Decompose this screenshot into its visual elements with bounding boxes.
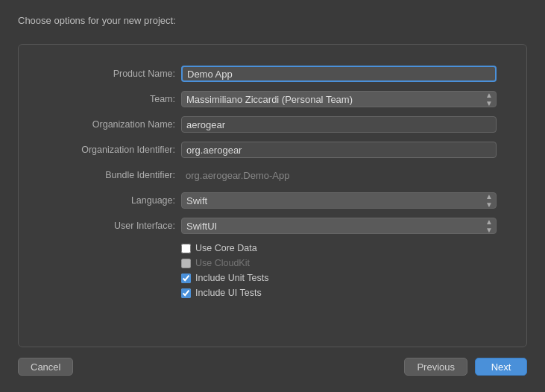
cancel-button[interactable]: Cancel xyxy=(18,358,73,376)
team-label: Team: xyxy=(48,94,175,104)
product-name-input[interactable] xyxy=(181,66,497,82)
use-core-data-label[interactable]: Use Core Data xyxy=(195,243,257,253)
language-label: Language: xyxy=(48,195,175,206)
org-name-input[interactable] xyxy=(181,116,497,133)
language-row: Language: Swift ▲ ▼ xyxy=(48,192,497,209)
include-ui-tests-row: Include UI Tests xyxy=(181,288,497,298)
team-select-wrapper: Massimiliano Ziccardi (Personal Team) ▲ … xyxy=(181,91,497,107)
next-button[interactable]: Next xyxy=(475,358,527,376)
org-identifier-label: Organization Identifier: xyxy=(48,145,175,155)
use-cloudkit-checkbox[interactable] xyxy=(181,259,191,268)
org-identifier-row: Organization Identifier: xyxy=(48,142,497,158)
include-unit-tests-row: Include Unit Tests xyxy=(181,273,497,283)
use-cloudkit-row: Use CloudKit xyxy=(181,258,497,268)
checkboxes-area: Use Core Data Use CloudKit Include Unit … xyxy=(181,243,497,298)
include-ui-tests-label[interactable]: Include UI Tests xyxy=(195,288,262,298)
include-unit-tests-checkbox[interactable] xyxy=(181,274,191,283)
org-name-label: Organization Name: xyxy=(48,119,175,130)
user-interface-row: User Interface: SwiftUI ▲ ▼ xyxy=(48,218,497,234)
dialog-container: Choose options for your new project: Pro… xyxy=(0,0,545,392)
user-interface-label: User Interface: xyxy=(48,221,175,231)
use-core-data-row: Use Core Data xyxy=(181,243,497,253)
org-name-row: Organization Name: xyxy=(48,116,497,133)
bundle-identifier-input xyxy=(181,167,497,183)
use-cloudkit-label: Use CloudKit xyxy=(195,258,250,268)
product-name-label: Product Name: xyxy=(48,69,175,79)
bundle-identifier-row: Bundle Identifier: xyxy=(48,167,497,183)
team-row: Team: Massimiliano Ziccardi (Personal Te… xyxy=(48,91,497,107)
dialog-footer: Cancel Previous Next xyxy=(18,347,527,380)
dialog-title: Choose options for your new project: xyxy=(18,15,527,26)
user-interface-select-wrapper: SwiftUI ▲ ▼ xyxy=(181,218,497,234)
bundle-identifier-label: Bundle Identifier: xyxy=(48,170,175,180)
user-interface-select[interactable]: SwiftUI xyxy=(181,218,497,234)
previous-button[interactable]: Previous xyxy=(404,358,467,376)
include-ui-tests-checkbox[interactable] xyxy=(181,288,191,298)
org-identifier-input[interactable] xyxy=(181,142,497,158)
language-select-wrapper: Swift ▲ ▼ xyxy=(181,192,497,209)
form-area: Product Name: Team: Massimiliano Ziccard… xyxy=(18,44,527,347)
language-select[interactable]: Swift xyxy=(181,192,497,209)
team-select[interactable]: Massimiliano Ziccardi (Personal Team) xyxy=(181,91,497,107)
product-name-row: Product Name: xyxy=(48,66,497,82)
use-core-data-checkbox[interactable] xyxy=(181,244,191,253)
include-unit-tests-label[interactable]: Include Unit Tests xyxy=(195,273,268,283)
footer-right-buttons: Previous Next xyxy=(404,358,527,376)
